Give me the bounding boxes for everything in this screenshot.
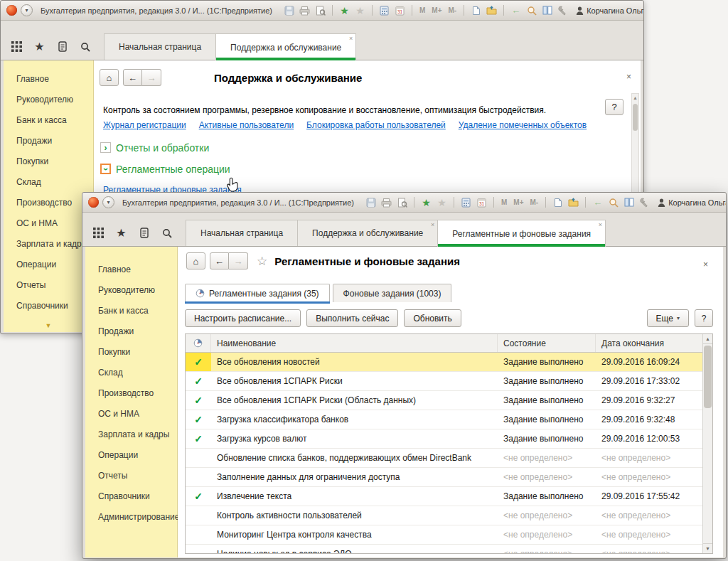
sidebar-more-icon[interactable]: ▼ <box>4 322 93 329</box>
favorites-star-icon[interactable]: ★ <box>33 41 46 53</box>
table-row[interactable]: ✓Все обновления новостейЗадание выполнен… <box>186 353 702 372</box>
calendar-icon[interactable]: 31 <box>476 196 488 208</box>
back-button[interactable]: ← <box>123 69 142 86</box>
history-icon[interactable] <box>138 227 150 239</box>
current-user[interactable]: Корчагина Ольга <box>658 198 726 207</box>
window-tab[interactable]: Регламентные и фоновые задания× <box>437 220 606 247</box>
sidebar-item[interactable]: Банк и касса <box>4 110 93 131</box>
sidebar-item[interactable]: Склад <box>4 172 93 193</box>
home-button[interactable]: ⌂ <box>186 252 205 269</box>
toolbar-button[interactable]: Выполнить сейчас <box>306 309 398 327</box>
all-sections-grid-icon[interactable] <box>11 41 23 53</box>
close-page-icon[interactable]: × <box>626 73 631 81</box>
scroll-up-icon[interactable]: ▲ <box>703 334 712 344</box>
search-icon[interactable] <box>161 227 173 239</box>
print-preview-icon[interactable] <box>314 4 326 16</box>
undo-icon[interactable]: ← <box>592 196 604 208</box>
print-preview-icon[interactable] <box>396 196 408 208</box>
sidebar-item[interactable]: Руководителю <box>85 280 177 301</box>
history-icon[interactable] <box>56 41 68 53</box>
table-row[interactable]: ✓Загрузка курсов валютЗадание выполнено2… <box>186 429 702 449</box>
calendar-icon[interactable]: 31 <box>394 4 406 16</box>
split-window-icon[interactable] <box>541 4 553 16</box>
1c-logo-icon[interactable] <box>88 197 99 208</box>
memory-button[interactable]: M+ <box>512 198 525 206</box>
save-icon[interactable] <box>365 196 377 208</box>
sidebar-item[interactable]: Продажи <box>85 321 177 342</box>
tab-close-icon[interactable]: × <box>431 222 434 228</box>
memory-button[interactable]: M+ <box>430 6 443 14</box>
favorites-icon[interactable]: ★ <box>354 4 366 16</box>
back-button[interactable]: ← <box>210 252 229 269</box>
sidebar-item[interactable]: Зарплата и кадры <box>85 424 177 445</box>
sidebar-item[interactable]: Производство <box>4 193 93 213</box>
sidebar-item[interactable]: Зарплата и кадры <box>4 234 93 255</box>
sidebar-item[interactable]: Производство <box>85 383 177 404</box>
favorites-icon[interactable]: ★ <box>436 196 448 208</box>
scrollbar-thumb[interactable] <box>633 104 638 131</box>
toolbar-button[interactable]: Настроить расписание... <box>185 309 301 327</box>
window-tab[interactable]: Начальная страница <box>186 220 298 246</box>
command-link[interactable]: Удаление помеченных объектов <box>459 120 587 130</box>
split-window-icon[interactable] <box>623 196 635 208</box>
new-document-icon[interactable] <box>552 196 564 208</box>
main-menu-icon[interactable]: ▾ <box>21 4 33 16</box>
window-tab[interactable]: Начальная страница <box>104 33 216 60</box>
search-icon[interactable] <box>79 41 91 53</box>
1c-logo-icon[interactable] <box>6 5 17 16</box>
find-icon[interactable] <box>525 4 537 16</box>
window-tab[interactable]: Поддержка и обслуживание× <box>297 220 438 246</box>
service-wrench-icon[interactable] <box>638 196 651 208</box>
sidebar-item[interactable]: Администрирование <box>85 507 177 528</box>
sidebar-item[interactable]: Отчеты <box>4 275 93 296</box>
calculator-icon[interactable] <box>378 4 390 16</box>
sidebar-item[interactable]: Отчеты <box>85 466 177 486</box>
sidebar-item[interactable]: Операции <box>4 255 93 275</box>
column-header[interactable]: Состояние <box>498 334 596 352</box>
close-page-icon[interactable]: × <box>703 260 708 269</box>
open-document-icon[interactable] <box>567 196 579 208</box>
new-document-icon[interactable] <box>470 4 482 16</box>
more-button[interactable]: Еще ▾ <box>647 309 689 327</box>
sidebar-item[interactable]: Покупки <box>4 151 93 172</box>
add-to-favorites-icon[interactable]: ★ <box>338 4 350 16</box>
command-link[interactable]: Блокировка работы пользователей <box>306 120 446 130</box>
sidebar-item[interactable]: Банк и касса <box>85 301 177 321</box>
sidebar-item[interactable]: Продажи <box>4 131 93 151</box>
help-button[interactable]: ? <box>695 309 713 327</box>
table-row[interactable]: Контроль активности пользователей<не опр… <box>186 506 702 525</box>
memory-button[interactable]: M <box>500 198 508 206</box>
sidebar-item[interactable]: Главное <box>85 260 177 280</box>
view-tab[interactable]: Регламентные задания (35) <box>185 284 330 302</box>
sidebar-item[interactable]: Руководителю <box>4 90 93 110</box>
memory-button[interactable]: M- <box>447 6 459 14</box>
tab-close-icon[interactable]: × <box>599 222 602 228</box>
table-row[interactable]: Обновление списка банков, поддерживающих… <box>186 449 702 468</box>
print-icon[interactable] <box>380 196 392 208</box>
section-toggle[interactable]: › <box>100 142 111 153</box>
section-toggle[interactable]: › <box>100 164 111 174</box>
main-menu-icon[interactable]: ▾ <box>102 196 114 208</box>
table-row[interactable]: ✓Все обновления 1СПАРК Риски (Область да… <box>186 391 702 410</box>
forward-button[interactable]: → <box>229 252 248 269</box>
table-row[interactable]: Мониторинг Центра контроля качества<не о… <box>186 525 702 545</box>
favorite-star-icon[interactable]: ☆ <box>257 254 267 269</box>
column-header[interactable]: Наименование <box>211 334 498 352</box>
calculator-icon[interactable] <box>460 196 472 208</box>
table-row[interactable]: ✓Загрузка классификатора банковЗадание в… <box>186 410 702 429</box>
sidebar-item[interactable]: Справочники <box>4 296 93 316</box>
forward-button[interactable]: → <box>142 69 161 86</box>
open-document-icon[interactable] <box>486 4 498 16</box>
section-title[interactable]: Отчеты и обработки <box>116 142 209 154</box>
all-sections-grid-icon[interactable] <box>92 227 105 239</box>
column-header[interactable] <box>186 334 211 352</box>
view-tab[interactable]: Фоновые задания (1003) <box>333 284 452 302</box>
section-title[interactable]: Регламентные операции <box>116 164 230 175</box>
scroll-down-icon[interactable]: ▼ <box>703 543 712 553</box>
favorites-star-icon[interactable]: ★ <box>115 227 127 239</box>
help-button[interactable]: ? <box>605 99 623 115</box>
current-user[interactable]: Корчагина Ольга <box>576 6 643 15</box>
undo-icon[interactable]: ← <box>510 4 522 16</box>
column-header[interactable]: Дата окончания <box>596 334 702 352</box>
find-icon[interactable] <box>607 196 619 208</box>
